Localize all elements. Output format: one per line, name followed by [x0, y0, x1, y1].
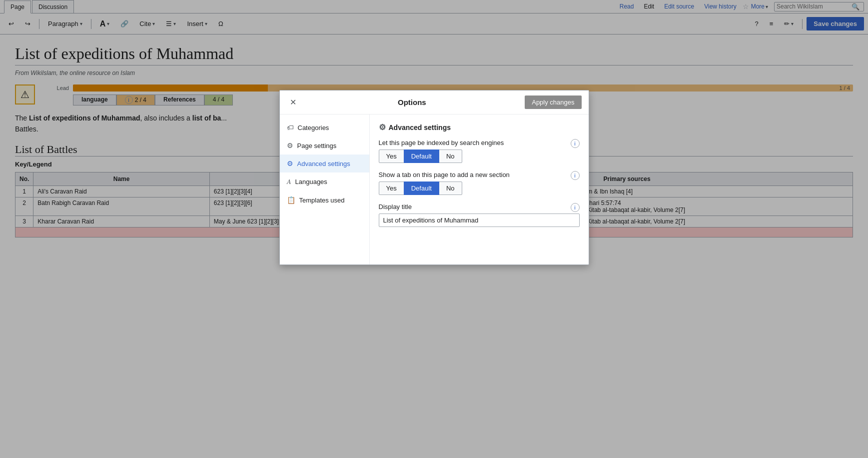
- modal-header: ✕ Options Apply changes: [280, 90, 589, 114]
- indexing-field: Let this page be indexed by search engin…: [379, 139, 580, 163]
- language-icon: 𝐴: [287, 178, 291, 186]
- options-modal: ✕ Options Apply changes 🏷 Categories ⚙ P…: [279, 90, 589, 248]
- sidebar-item-advanced-settings[interactable]: ⚙ Advanced settings: [280, 154, 369, 172]
- section-title-text: Advanced settings: [389, 124, 451, 132]
- display-title-label: Display title: [379, 203, 412, 210]
- modal-sidebar: 🏷 Categories ⚙ Page settings ⚙ Advanced …: [280, 114, 370, 248]
- modal-close-button[interactable]: ✕: [287, 96, 299, 108]
- advanced-settings-title: ⚙ Advanced settings: [379, 122, 580, 132]
- sidebar-page-settings-label: Page settings: [297, 142, 337, 150]
- indexing-btn-group: Yes Default No: [379, 150, 580, 163]
- new-section-yes-button[interactable]: Yes: [379, 182, 404, 195]
- sidebar-languages-label: Languages: [295, 178, 327, 186]
- modal-overlay[interactable]: ✕ Options Apply changes 🏷 Categories ⚙ P…: [0, 0, 868, 248]
- display-title-info-icon[interactable]: i: [571, 203, 580, 212]
- gear-icon: ⚙: [287, 160, 293, 168]
- modal-title: Options: [299, 98, 525, 106]
- tag-icon: 🏷: [287, 124, 294, 132]
- modal-apply-button[interactable]: Apply changes: [525, 96, 581, 109]
- indexing-yes-button[interactable]: Yes: [379, 150, 404, 163]
- section-gear-icon: ⚙: [379, 122, 386, 132]
- modal-body: 🏷 Categories ⚙ Page settings ⚙ Advanced …: [280, 114, 589, 248]
- new-section-default-button[interactable]: Default: [404, 182, 439, 195]
- sidebar-item-page-settings[interactable]: ⚙ Page settings: [280, 136, 369, 154]
- display-title-input[interactable]: [379, 214, 580, 227]
- sidebar-item-languages[interactable]: 𝐴 Languages: [280, 172, 369, 191]
- new-section-field: Show a tab on this page to add a new sec…: [379, 171, 580, 195]
- new-section-label: Show a tab on this page to add a new sec…: [379, 171, 510, 178]
- sidebar-item-categories[interactable]: 🏷 Categories: [280, 118, 369, 136]
- settings-icon: ⚙: [287, 142, 293, 150]
- sidebar-item-templates-used[interactable]: 📋 Templates used: [280, 191, 369, 209]
- new-section-no-button[interactable]: No: [439, 182, 462, 195]
- modal-main-panel: ⚙ Advanced settings Let this page be ind…: [370, 114, 589, 248]
- indexing-info-icon[interactable]: i: [571, 139, 580, 148]
- sidebar-templates-label: Templates used: [299, 196, 345, 204]
- indexing-no-button[interactable]: No: [439, 150, 462, 163]
- sidebar-advanced-settings-label: Advanced settings: [297, 160, 350, 168]
- template-icon: 📋: [287, 196, 295, 204]
- display-title-field: Display title i: [379, 203, 580, 227]
- indexing-label: Let this page be indexed by search engin…: [379, 139, 504, 146]
- indexing-default-button[interactable]: Default: [404, 150, 439, 163]
- new-section-btn-group: Yes Default No: [379, 182, 580, 195]
- sidebar-categories-label: Categories: [298, 124, 329, 132]
- new-section-info-icon[interactable]: i: [571, 171, 580, 180]
